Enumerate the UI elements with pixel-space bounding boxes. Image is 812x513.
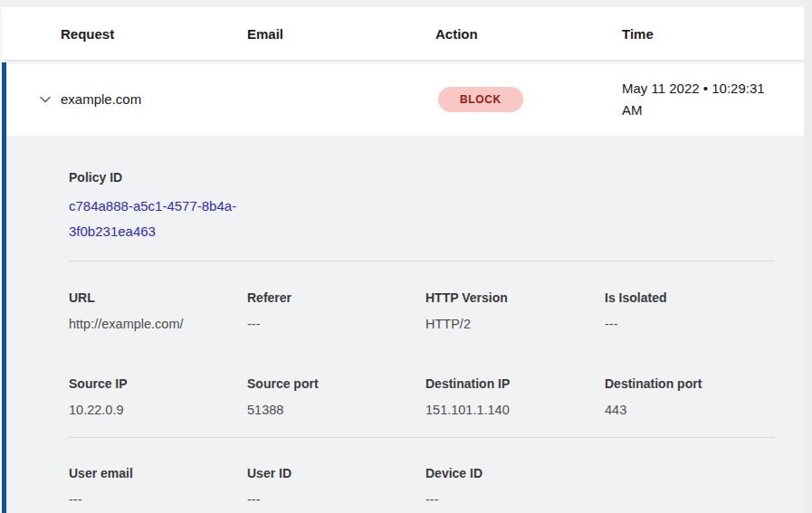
detail-section-request: URL http://example.com/ Referer --- HTTP… — [69, 289, 774, 333]
field-label: Source IP — [69, 375, 236, 393]
field-label: Source port — [247, 375, 415, 393]
detail-field: Destination IP 151.101.1.140 — [425, 375, 605, 419]
log-table-card: Request Email Action Time example.com BL… — [2, 7, 804, 513]
detail-field: Source port 51388 — [247, 375, 425, 419]
policy-id-label: Policy ID — [69, 168, 774, 186]
detail-field: Source IP 10.22.0.9 — [69, 375, 247, 419]
field-value: 10.22.0.9 — [69, 401, 236, 419]
detail-field: User email --- — [69, 464, 247, 508]
chevron-down-icon[interactable] — [38, 92, 53, 107]
field-value: --- — [69, 490, 236, 508]
policy-id-block: Policy ID c784a888-a5c1-4577-8b4a-3f0b23… — [69, 168, 774, 244]
detail-section-network: Source IP 10.22.0.9 Source port 51388 De… — [69, 375, 774, 419]
column-header-request: Request — [61, 26, 247, 42]
detail-divider — [69, 437, 774, 438]
column-header-email: Email — [247, 26, 435, 42]
page-right-gutter — [804, 0, 812, 513]
policy-id-link[interactable]: c784a888-a5c1-4577-8b4a-3f0b231ea463 — [69, 194, 246, 244]
field-value: 51388 — [247, 401, 415, 419]
detail-field: Is Isolated --- — [605, 289, 774, 333]
field-label: Destination IP — [425, 375, 594, 393]
field-label: User ID — [247, 464, 415, 482]
detail-section-user: User email --- User ID --- Device ID --- — [69, 464, 774, 508]
page-top-gutter — [0, 0, 812, 7]
column-header-time: Time — [622, 26, 804, 42]
request-cell: example.com — [6, 91, 247, 107]
detail-field: User ID --- — [247, 464, 425, 508]
field-value: --- — [247, 315, 415, 333]
table-header-row: Request Email Action Time — [2, 7, 804, 60]
field-label: User email — [69, 464, 236, 482]
field-value: HTTP/2 — [425, 315, 594, 333]
field-label: Is Isolated — [605, 289, 774, 307]
field-value: --- — [247, 490, 415, 508]
request-domain: example.com — [61, 91, 141, 107]
field-label: Device ID — [425, 464, 594, 482]
action-cell: BLOCK — [435, 87, 622, 112]
detail-divider — [69, 261, 774, 261]
time-cell: May 11 2022 • 10:29:31 AM — [622, 78, 804, 121]
field-value: --- — [605, 315, 774, 333]
detail-field: HTTP Version HTTP/2 — [425, 289, 605, 333]
block-status-badge: BLOCK — [438, 87, 523, 112]
field-label: Referer — [247, 289, 415, 307]
detail-field: Destination port 443 — [605, 375, 774, 419]
field-label: URL — [69, 289, 236, 307]
detail-field — [605, 464, 774, 508]
detail-field: Referer --- — [247, 289, 425, 333]
field-value: 443 — [605, 401, 774, 419]
column-header-action: Action — [435, 26, 622, 42]
field-value: --- — [425, 490, 594, 508]
field-value: http://example.com/ — [69, 315, 236, 333]
time-value: May 11 2022 • 10:29:31 AM — [622, 78, 785, 121]
detail-field: Device ID --- — [425, 464, 605, 508]
table-row[interactable]: example.com BLOCK May 11 2022 • 10:29:31… — [2, 62, 804, 136]
field-value: 151.101.1.140 — [425, 401, 594, 419]
row-detail-panel: Policy ID c784a888-a5c1-4577-8b4a-3f0b23… — [2, 136, 804, 513]
field-label: HTTP Version — [425, 289, 594, 307]
detail-field: URL http://example.com/ — [69, 289, 247, 333]
field-label: Destination port — [605, 375, 774, 393]
